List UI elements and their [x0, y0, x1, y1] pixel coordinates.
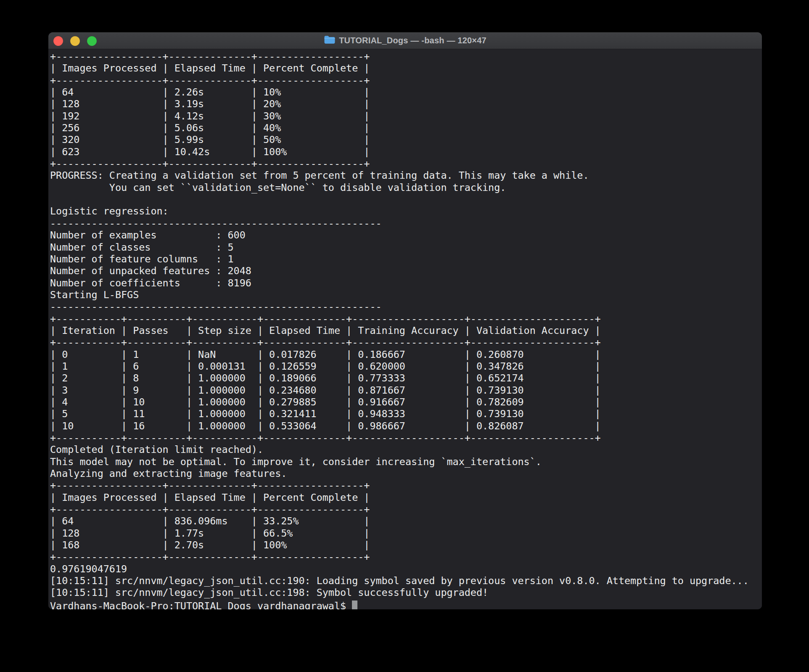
- zoom-button[interactable]: [87, 36, 97, 46]
- terminal-cursor: [352, 601, 357, 609]
- prompt-line: Vardhans-MacBook-Pro:TUTORIAL_Dogs vardh…: [50, 599, 762, 609]
- title-group: TUTORIAL_Dogs — -bash — 120×47: [324, 35, 486, 46]
- terminal-window: TUTORIAL_Dogs — -bash — 120×47 +--------…: [48, 32, 762, 609]
- terminal-content[interactable]: +------------------+--------------+-----…: [48, 49, 762, 609]
- prompt-text: Vardhans-MacBook-Pro:TUTORIAL_Dogs vardh…: [50, 600, 352, 609]
- desktop-background: TUTORIAL_Dogs — -bash — 120×47 +--------…: [0, 0, 809, 672]
- folder-icon[interactable]: [324, 35, 335, 46]
- traffic-lights: [53, 36, 97, 46]
- window-title: TUTORIAL_Dogs — -bash — 120×47: [339, 36, 486, 45]
- close-button[interactable]: [53, 36, 63, 46]
- terminal-scrollback: +------------------+--------------+-----…: [50, 50, 762, 599]
- title-bar[interactable]: TUTORIAL_Dogs — -bash — 120×47: [48, 32, 762, 49]
- minimize-button[interactable]: [70, 36, 80, 46]
